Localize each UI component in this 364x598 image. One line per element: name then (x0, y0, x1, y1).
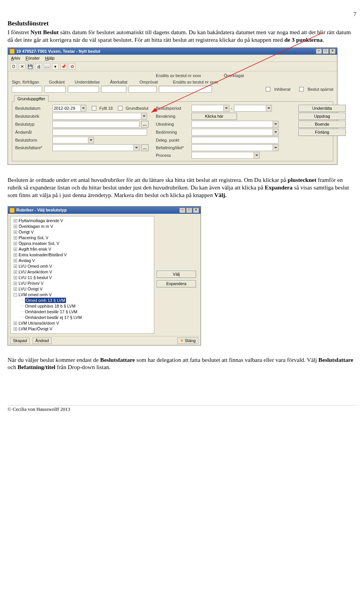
minimize-button-2[interactable]: – (179, 208, 185, 213)
menu-hjalp[interactable]: Hjälp (45, 55, 55, 61)
toolbar-misc-icon[interactable]: ✿ (69, 63, 75, 70)
expand-icon[interactable]: + (14, 287, 17, 291)
input-ersatts[interactable] (159, 86, 212, 93)
statusbar-2: Skapad Ändrad ✕Stäng (8, 336, 201, 345)
tree-node[interactable]: +Avslag V (13, 258, 152, 263)
p1-pre: I fönstret (8, 29, 30, 35)
tree-node[interactable]: ⋯Omed upphävs 18 b § LVM (13, 303, 152, 309)
menu-fonster[interactable]: Fönster (25, 55, 39, 61)
toolbar-delete-icon[interactable]: ✕ (19, 63, 25, 70)
tree-node[interactable]: +LVU Ansök/dom V (13, 269, 152, 275)
close-button-2[interactable]: × (193, 208, 199, 213)
toolbar-book-icon[interactable]: 📖 (44, 63, 50, 70)
btn-forlang[interactable]: Förläng (298, 129, 346, 136)
tree-node[interactable]: +LVM Plac/Övrigt V (13, 326, 152, 332)
tree-node[interactable]: +LVU 11 § beslut V (13, 275, 152, 281)
status-skapad[interactable]: Skapad (10, 338, 30, 344)
input-omprovat[interactable] (129, 86, 157, 93)
tree-node[interactable]: +Avgift från ensk V (13, 246, 152, 252)
close-button[interactable]: × (329, 49, 336, 54)
minimize-button[interactable]: – (316, 49, 322, 54)
menu-arkiv[interactable]: Arkiv (11, 55, 20, 61)
collapse-icon[interactable]: - (14, 293, 17, 297)
btn-ellipsis[interactable]: … (141, 121, 149, 128)
status-andrad[interactable]: Ändrad (33, 338, 51, 344)
maximize-button-2[interactable]: □ (186, 208, 192, 213)
input-godkant[interactable] (44, 86, 66, 93)
expand-icon[interactable]: + (14, 259, 17, 262)
expand-icon[interactable]: + (14, 265, 17, 268)
toolbar-print-icon[interactable]: 🖨 (35, 63, 42, 70)
btn-stang[interactable]: ✕Stäng (177, 338, 198, 344)
btn-underratta[interactable]: Underrätta (298, 105, 346, 112)
input-beslutsform[interactable] (52, 137, 94, 144)
tree-node[interactable]: +Överklagan m m V (13, 224, 152, 229)
expand-icon[interactable]: + (14, 219, 17, 222)
tree-node-label: Avslag V (19, 258, 35, 263)
tree-node[interactable]: -LVM omed omh V (13, 292, 152, 298)
expand-icon[interactable]: + (14, 322, 17, 325)
chk-inhiberat[interactable] (266, 87, 270, 92)
lbl-spärrat: Beslut spärrat (308, 87, 333, 92)
chk-fyllt18[interactable] (92, 106, 96, 110)
input-period-from[interactable] (191, 105, 229, 112)
input-beslutsdatum[interactable]: 2012-02-29 (52, 105, 86, 112)
btn-klicka-har[interactable]: Klicka här (191, 113, 237, 120)
input-underrattelse[interactable] (68, 86, 99, 93)
lbl-grundbeslut: Grundbeslut (126, 106, 148, 111)
tree-node[interactable]: +LVU Prövn/ V (13, 281, 152, 286)
tree-node-label: LVU Ansök/dom V (19, 269, 52, 275)
chk-spärrat[interactable] (299, 87, 304, 92)
expand-icon[interactable]: + (14, 270, 17, 274)
expand-icon[interactable]: + (14, 248, 17, 251)
maximize-button[interactable]: □ (323, 49, 329, 54)
tree-node[interactable]: +Övrigt V (13, 229, 152, 235)
tree-node[interactable]: +LVU Övrigt V (13, 286, 152, 292)
tree-node-label: Övrigt V (19, 229, 34, 235)
tree-node[interactable]: ⋯Omhändert består 17 § LVM (13, 309, 152, 315)
input-andamal[interactable] (52, 129, 147, 136)
input-beslutsfattare[interactable] (52, 144, 140, 151)
btn-ellipsis-fattare[interactable]: … (141, 144, 149, 151)
expand-icon[interactable]: + (14, 236, 17, 240)
chk-grundbeslut[interactable] (118, 106, 122, 110)
titlebar: 19 470527-T001 Vuxen, Testar - Nytt besl… (8, 48, 337, 55)
input-period-to[interactable] (234, 105, 272, 112)
btn-uppdrag[interactable]: Uppdrag (298, 113, 346, 120)
tree-node[interactable]: +Flytta/mottaga ärende V (13, 218, 152, 224)
btn-valj[interactable]: Välj (157, 271, 196, 278)
tree-node[interactable]: ⋯Omed omh 13 § LVM (13, 298, 152, 303)
expand-icon[interactable]: + (14, 276, 17, 279)
expand-icon[interactable]: + (14, 242, 17, 245)
toolbar-pin-icon[interactable]: 📌 (60, 63, 67, 70)
expand-icon[interactable]: + (14, 225, 17, 228)
tree-node[interactable]: +LVM Utr/ansök/dom V (13, 320, 152, 326)
expand-icon[interactable]: + (14, 253, 17, 257)
tree-node[interactable]: ⋯Omhändert består ej 17 § LVM (13, 315, 152, 320)
toolbar-save-icon[interactable]: 💾 (27, 63, 34, 70)
input-beslutsrubrik[interactable] (52, 113, 147, 120)
input-bedomning[interactable] (191, 129, 279, 136)
tab-grunduppgifter[interactable]: Grunduppgifter (14, 95, 49, 102)
input-process[interactable] (191, 152, 260, 159)
btn-boende[interactable]: Boende (298, 121, 346, 128)
tree-node[interactable]: +Placering SoL V (13, 235, 152, 241)
input-deleg[interactable] (191, 137, 279, 144)
input-beslutstyp[interactable] (52, 121, 140, 128)
expand-icon[interactable]: + (14, 282, 17, 285)
input-sign[interactable] (12, 86, 42, 93)
toolbar-new-icon[interactable]: 🗋 (10, 63, 17, 70)
tree-node[interactable]: +LVU Omed omh V (13, 263, 152, 269)
input-befattning[interactable] (191, 144, 279, 151)
treeview[interactable]: +Flytta/mottaga ärende V+Överklagan m m … (10, 216, 154, 334)
tree-node[interactable]: +Extra kostnader/Bistånd V (13, 252, 152, 258)
expand-icon[interactable]: + (14, 230, 17, 234)
input-utredning[interactable] (191, 121, 279, 128)
input-aterkallat[interactable] (101, 86, 126, 93)
expand-icon[interactable]: + (14, 327, 17, 331)
app-icon-2 (9, 208, 15, 213)
btn-expandera[interactable]: Expandera (157, 280, 196, 287)
btn-boende-label: Boende (315, 121, 329, 127)
toolbar-down-icon[interactable]: ▾ (52, 63, 59, 70)
tree-node[interactable]: +Öppna insatser SoL V (13, 241, 152, 246)
